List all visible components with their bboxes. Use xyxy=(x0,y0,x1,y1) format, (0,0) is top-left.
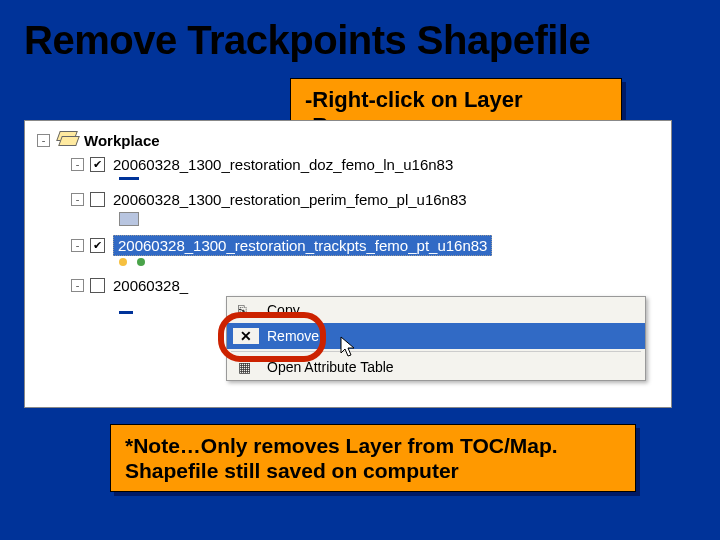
menu-item-copy[interactable]: Copy xyxy=(227,297,645,323)
layer-name: 20060328_1300_restoration_perim_femo_pl_… xyxy=(113,191,467,208)
menu-separator xyxy=(231,351,641,352)
toc-layer-selected[interactable]: - 20060328_1300_restoration_trackpts_fem… xyxy=(29,234,667,256)
fill-symbol xyxy=(119,212,139,226)
visibility-checkbox[interactable] xyxy=(90,238,105,253)
copy-icon xyxy=(238,302,254,318)
collapse-icon[interactable]: - xyxy=(71,193,84,206)
callout-note: *Note…Only removes Layer from TOC/Map. S… xyxy=(110,424,636,492)
page-title: Remove Trackpoints Shapefile xyxy=(0,0,720,73)
collapse-icon[interactable]: - xyxy=(71,239,84,252)
toc-root-label: Workplace xyxy=(84,132,160,149)
point-symbol-icon xyxy=(119,258,127,266)
table-icon xyxy=(238,359,254,375)
layer-name: 20060328_1300_restoration_trackpts_femo_… xyxy=(113,235,492,256)
toc-root[interactable]: - Workplace xyxy=(29,129,667,151)
toc-layer[interactable]: - 20060328_ xyxy=(29,274,667,296)
menu-label: Open Attribute Table xyxy=(259,359,394,375)
visibility-checkbox[interactable] xyxy=(90,192,105,207)
layer-name: 20060328_1300_restoration_doz_femo_ln_u1… xyxy=(113,156,453,173)
point-symbol-icon xyxy=(137,258,145,266)
line-symbol xyxy=(119,177,139,180)
menu-label: Copy xyxy=(259,302,300,318)
callout-line: -Right-click on Layer xyxy=(305,87,607,113)
menu-item-open-attribute-table[interactable]: Open Attribute Table xyxy=(227,354,645,380)
toc-layer[interactable]: - 20060328_1300_restoration_perim_femo_p… xyxy=(29,188,667,210)
collapse-icon[interactable]: - xyxy=(71,158,84,171)
visibility-checkbox[interactable] xyxy=(90,278,105,293)
delete-icon xyxy=(238,328,254,344)
layer-name: 20060328_ xyxy=(113,277,188,294)
callout-line: Shapefile still saved on computer xyxy=(125,458,621,483)
context-menu: Copy Remove Open Attribute Table xyxy=(226,296,646,381)
point-symbols xyxy=(29,258,667,266)
collapse-icon[interactable]: - xyxy=(71,279,84,292)
toc-layer[interactable]: - 20060328_1300_restoration_doz_femo_ln_… xyxy=(29,153,667,175)
menu-label: Remove xyxy=(259,328,319,344)
layers-icon xyxy=(56,131,78,149)
menu-item-remove[interactable]: Remove xyxy=(227,323,645,349)
callout-line: *Note…Only removes Layer from TOC/Map. xyxy=(125,433,621,458)
visibility-checkbox[interactable] xyxy=(90,157,105,172)
collapse-icon[interactable]: - xyxy=(37,134,50,147)
